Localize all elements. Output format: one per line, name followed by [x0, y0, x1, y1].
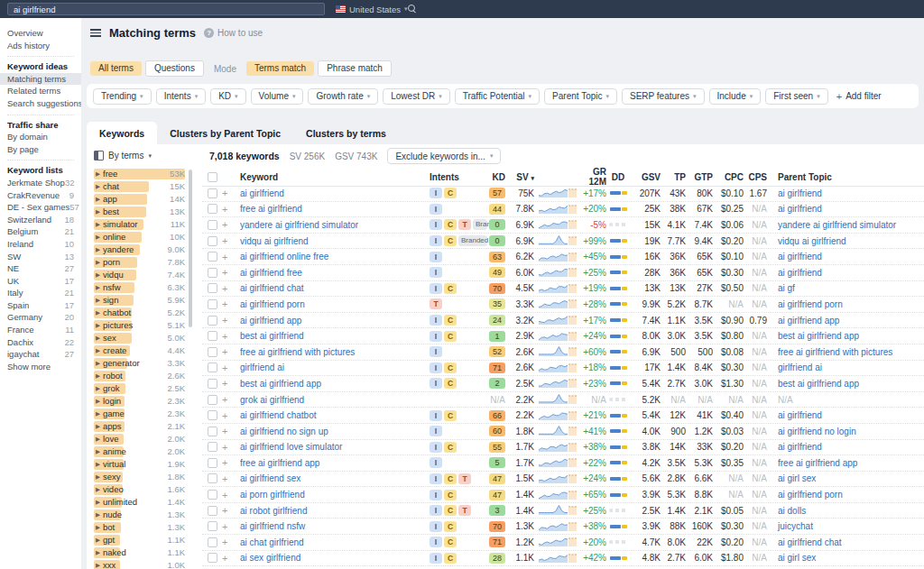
term-filter-vidqu[interactable]: ▶ vidqu 7.4K [94, 269, 185, 281]
term-filter-xxx[interactable]: ▶ xxx 1.0K [94, 559, 185, 569]
term-filter-video[interactable]: ▶ video 1.6K [94, 483, 185, 496]
filter-volume[interactable]: Volume▾ [251, 88, 304, 105]
add-to-list-button[interactable]: + [222, 204, 240, 215]
expand-caret-icon[interactable]: ▶ [96, 269, 100, 281]
row-checkbox[interactable] [208, 521, 217, 531]
facet-scrollbar[interactable] [189, 170, 192, 327]
keyword-link[interactable]: grok ai girlfriend [240, 395, 304, 405]
expand-caret-icon[interactable]: ▶ [96, 509, 100, 521]
expand-caret-icon[interactable]: ▶ [96, 496, 100, 509]
sidebar-item-crakrevenue[interactable]: CrakRevenue9 [0, 189, 81, 202]
parent-topic-link[interactable]: ai girlfriend [778, 252, 822, 262]
sidebar-item-igaychat[interactable]: igaychat27 [0, 348, 81, 361]
expand-caret-icon[interactable]: ▶ [96, 546, 100, 559]
keyword-link[interactable]: ai girlfriend love simulator [240, 442, 342, 452]
row-checkbox[interactable] [208, 299, 217, 309]
add-to-list-button[interactable]: + [222, 537, 240, 547]
expand-caret-icon[interactable]: ▶ [96, 458, 100, 471]
row-checkbox[interactable] [208, 490, 217, 500]
keyword-link[interactable]: ai girlfriend chat [240, 283, 304, 293]
keyword-link[interactable]: free ai girlfriend [240, 204, 302, 214]
term-filter-best[interactable]: ▶ best 13K [94, 206, 185, 218]
expand-caret-icon[interactable]: ▶ [96, 168, 100, 180]
term-filter-gpt[interactable]: ▶ gpt 1.1K [94, 534, 185, 546]
term-filter-naked[interactable]: ▶ naked 1.1K [94, 546, 185, 559]
add-to-list-button[interactable]: + [222, 378, 240, 389]
expand-caret-icon[interactable]: ▶ [96, 193, 100, 206]
sidebar-item-switzerland[interactable]: Switzerland18 [0, 214, 81, 226]
term-filter-create[interactable]: ▶ create 4.4K [94, 344, 185, 357]
parent-topic-link[interactable]: best ai girlfriend app [778, 379, 859, 389]
keyword-link[interactable]: ai girlfriend porn [240, 299, 305, 309]
col-cps[interactable]: CPS [744, 172, 767, 182]
term-filter-pictures[interactable]: ▶ pictures 5.1K [94, 319, 185, 332]
term-filter-nude[interactable]: ▶ nude 1.3K [94, 509, 185, 521]
parent-topic-link[interactable]: ai gf [778, 283, 795, 293]
expand-caret-icon[interactable]: ▶ [96, 382, 100, 395]
term-filter-yandere[interactable]: ▶ yandere 9.0K [94, 243, 185, 256]
parent-topic-link[interactable]: free ai girlfriend with pictures [778, 347, 892, 357]
filter-traffic-potential[interactable]: Traffic Potential▾ [455, 88, 540, 105]
expand-caret-icon[interactable]: ▶ [96, 357, 100, 370]
term-filter-nsfw[interactable]: ▶ nsfw 6.3K [94, 281, 185, 294]
view-tab-clusters-by-terms[interactable]: Clusters by terms [293, 122, 399, 144]
add-to-list-button[interactable]: + [222, 219, 240, 230]
sidebar-item-ne[interactable]: NE27 [0, 262, 81, 275]
add-to-list-button[interactable]: + [222, 490, 240, 500]
sidebar-item-dachix[interactable]: Dachix22 [0, 336, 81, 349]
sidebar-item-uk[interactable]: UK17 [0, 275, 81, 288]
parent-topic-link[interactable]: best ai girlfriend app [778, 331, 859, 341]
tab-all-terms[interactable]: All terms [90, 61, 142, 76]
filter-trending[interactable]: Trending▾ [93, 88, 152, 105]
sidebar-item-matching-terms[interactable]: Matching terms [0, 73, 81, 86]
expand-caret-icon[interactable]: ▶ [96, 408, 100, 420]
keyword-link[interactable]: best ai girlfriend app [240, 379, 321, 389]
parent-topic-link[interactable]: ai girlfriend [778, 410, 822, 420]
add-to-list-button[interactable]: + [222, 426, 240, 436]
expand-caret-icon[interactable]: ▶ [96, 445, 100, 458]
expand-caret-icon[interactable]: ▶ [96, 319, 100, 332]
filter-kd[interactable]: KD▾ [210, 88, 245, 105]
col-cpc[interactable]: CPC [713, 172, 744, 182]
parent-topic-link[interactable]: ai girlfriend porn [778, 490, 843, 500]
term-filter-anime[interactable]: ▶ anime 2.0K [94, 445, 185, 458]
parent-topic-link[interactable]: ai dolls [778, 506, 806, 516]
term-filter-bot[interactable]: ▶ bot 1.3K [94, 521, 185, 534]
expand-caret-icon[interactable]: ▶ [96, 534, 100, 546]
keyword-link[interactable]: ai robot girlfriend [240, 506, 307, 516]
term-filter-login[interactable]: ▶ login 2.3K [94, 395, 185, 408]
col-kd[interactable]: KD [487, 172, 505, 182]
expand-caret-icon[interactable]: ▶ [96, 231, 100, 243]
parent-topic-link[interactable]: free ai girlfriend app [778, 458, 857, 468]
filter-parent-topic[interactable]: Parent Topic▾ [544, 88, 617, 105]
expand-caret-icon[interactable]: ▶ [96, 307, 100, 319]
add-to-list-button[interactable]: + [222, 505, 240, 516]
tab-terms-match[interactable]: Terms match [246, 61, 314, 76]
add-to-list-button[interactable]: + [222, 188, 240, 198]
keyword-link[interactable]: ai girlfriend free [240, 268, 302, 278]
add-to-list-button[interactable]: + [222, 315, 240, 326]
expand-caret-icon[interactable]: ▶ [96, 471, 100, 483]
sidebar-item-show-more[interactable]: Show more [0, 361, 81, 373]
keyword-link[interactable]: free ai girlfriend with pictures [240, 347, 355, 357]
col-sv[interactable]: SV ▾ [505, 172, 534, 182]
term-filter-generator[interactable]: ▶ generator 3.3K [94, 357, 185, 370]
add-to-list-button[interactable]: + [222, 410, 240, 421]
sidebar-item-germany[interactable]: Germany20 [0, 311, 81, 324]
expand-caret-icon[interactable]: ▶ [96, 433, 100, 445]
term-filter-apps[interactable]: ▶ apps 2.1K [94, 420, 185, 433]
term-filter-app[interactable]: ▶ app 14K [94, 193, 185, 206]
parent-topic-link[interactable]: ai girlfriend [778, 204, 822, 214]
expand-caret-icon[interactable]: ▶ [96, 218, 100, 231]
row-checkbox[interactable] [208, 252, 217, 262]
expand-caret-icon[interactable]: ▶ [96, 294, 100, 307]
keyword-link[interactable]: ai porn girlfriend [240, 490, 305, 500]
expand-caret-icon[interactable]: ▶ [96, 206, 100, 218]
parent-topic-link[interactable]: girlfriend ai [778, 363, 822, 372]
sidebar-item-ads-history[interactable]: Ads history [0, 40, 81, 52]
add-to-list-button[interactable]: + [222, 553, 240, 564]
keyword-link[interactable]: girlfriend ai [240, 363, 284, 372]
filter-include[interactable]: Include▾ [709, 88, 762, 105]
parent-topic-link[interactable]: ai girlfriend app [778, 316, 839, 326]
add-to-list-button[interactable]: + [222, 267, 240, 278]
